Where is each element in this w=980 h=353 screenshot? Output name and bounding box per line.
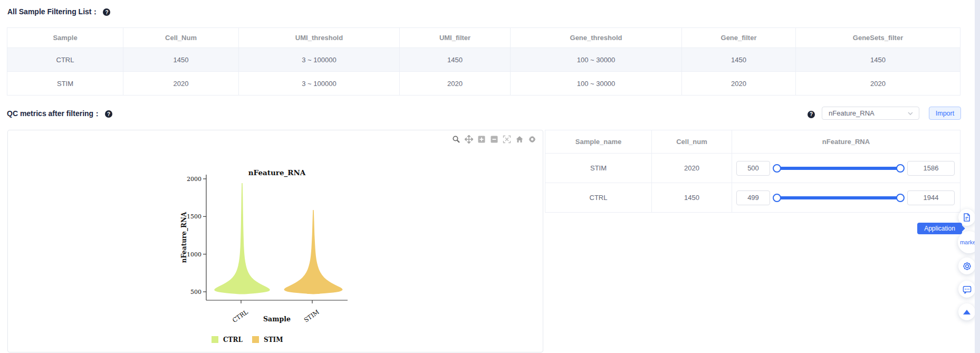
scroll-to-top-button[interactable] xyxy=(958,303,975,320)
y-tick-label: 1000 xyxy=(187,251,201,258)
table-cell: 2020 xyxy=(796,72,960,96)
y-tick-label: 2000 xyxy=(187,176,201,183)
cell-num-cell: 1450 xyxy=(652,183,732,213)
autoscale-icon[interactable] xyxy=(502,135,511,144)
table-row: STIM2020 xyxy=(545,154,960,183)
settings-icon[interactable] xyxy=(527,135,536,144)
table-row: STIM20203 ~ 1000002020100 ~ 300002020202… xyxy=(7,72,960,96)
y-tick-label: 500 xyxy=(190,289,201,295)
violin-stim xyxy=(284,210,343,294)
document-icon xyxy=(962,213,972,222)
qc-table-body: STIM2020CTRL1450 xyxy=(545,154,960,213)
zoom-icon[interactable] xyxy=(451,135,460,144)
slider-handle-max[interactable] xyxy=(896,194,905,202)
table-cell: 3 ~ 100000 xyxy=(239,72,400,96)
range-slider[interactable] xyxy=(777,164,900,173)
help-icon[interactable]: ? xyxy=(808,111,815,118)
page: All Sample Filtering List： ? SampleCell_… xyxy=(0,0,980,353)
slider-handle-min[interactable] xyxy=(773,194,781,202)
feedback-chat-button[interactable] xyxy=(958,281,975,298)
column-header: UMI_threshold xyxy=(239,28,400,48)
legend-label[interactable]: STIM xyxy=(264,336,283,344)
column-header: Gene_filter xyxy=(682,28,796,48)
range-min-input[interactable] xyxy=(736,190,770,205)
table-cell: 100 ~ 30000 xyxy=(511,72,682,96)
range-max-input[interactable] xyxy=(907,190,955,205)
sample-name-cell: CTRL xyxy=(545,183,652,213)
table-cell: 1450 xyxy=(796,48,960,72)
sample-filtering-table: SampleCell_NumUMI_thresholdUMI_filterGen… xyxy=(7,27,960,96)
x-tick-label: STIM xyxy=(303,308,321,324)
range-max-input[interactable] xyxy=(907,161,955,176)
reset-home-icon[interactable] xyxy=(515,135,524,144)
y-axis-label: nFeature_RNA xyxy=(180,212,188,263)
arrow-up-icon xyxy=(963,310,971,314)
zoom-out-icon[interactable] xyxy=(489,135,498,144)
metric-select-value: nFeature_RNA xyxy=(829,109,875,117)
help-icon[interactable]: ? xyxy=(105,110,112,118)
application-button[interactable]: Application xyxy=(917,223,962,234)
chart-title: nFeature_RNA xyxy=(248,168,306,177)
table-row: CTRL14503 ~ 1000001450100 ~ 300001450145… xyxy=(7,48,960,72)
table-header-row: SampleCell_NumUMI_thresholdUMI_filterGen… xyxy=(7,28,960,48)
plot-modebar xyxy=(451,135,536,144)
range-slider-cell xyxy=(732,154,960,183)
cell-num-cell: 2020 xyxy=(652,154,732,183)
legend-label[interactable]: CTRL xyxy=(223,336,243,344)
range-slider[interactable] xyxy=(777,194,900,202)
all-sample-filtering-title: All Sample Filtering List： xyxy=(7,7,99,17)
chat-icon xyxy=(962,284,972,294)
table-cell: STIM xyxy=(7,72,123,96)
range-min-input[interactable] xyxy=(736,161,770,176)
column-header: GeneSets_filter xyxy=(796,28,960,48)
chevron-down-icon xyxy=(907,111,914,116)
page-scrollbar[interactable] xyxy=(975,0,980,353)
table-cell: 2020 xyxy=(682,72,796,96)
metric-select[interactable]: nFeature_RNA xyxy=(822,107,919,120)
table-cell: 100 ~ 30000 xyxy=(511,48,682,72)
sample-name-cell: STIM xyxy=(545,154,652,183)
violin-chart: nFeature_RNA500100015002000nFeature_RNAC… xyxy=(8,130,543,352)
slider-handle-min[interactable] xyxy=(773,164,781,173)
legend-swatch[interactable] xyxy=(252,336,259,343)
column-header: Sample xyxy=(7,28,123,48)
table-cell: CTRL xyxy=(7,48,123,72)
table-cell: 2020 xyxy=(400,72,511,96)
violin-plot-panel: nFeature_RNA500100015002000nFeature_RNAC… xyxy=(7,130,543,352)
pan-icon[interactable] xyxy=(464,135,473,144)
zoom-in-icon[interactable] xyxy=(477,135,486,144)
violin-ctrl xyxy=(214,183,270,294)
column-header: UMI_filter xyxy=(400,28,511,48)
qc-metrics-title: QC metrics after filtering： xyxy=(7,109,101,119)
table-cell: 1450 xyxy=(400,48,511,72)
y-tick-label: 1500 xyxy=(187,213,201,220)
filter-table-body: CTRL14503 ~ 1000001450100 ~ 300001450145… xyxy=(7,48,960,96)
x-axis-label: Sample xyxy=(263,315,291,323)
column-header: Cell_num xyxy=(652,130,732,154)
table-row: CTRL1450 xyxy=(545,183,960,213)
column-header: Cell_Num xyxy=(123,28,239,48)
help-icon[interactable]: ? xyxy=(103,8,110,16)
settings-button[interactable] xyxy=(958,257,975,274)
gear-icon xyxy=(962,261,972,271)
table-header-row: Sample_nameCell_numnFeature_RNA xyxy=(545,130,960,154)
range-slider-cell xyxy=(732,183,960,213)
qc-range-table: Sample_nameCell_numnFeature_RNA STIM2020… xyxy=(545,130,960,213)
table-cell: 3 ~ 100000 xyxy=(239,48,400,72)
table-cell: 2020 xyxy=(123,72,239,96)
slider-track[interactable] xyxy=(777,196,900,199)
column-header: Sample_name xyxy=(545,130,652,154)
slider-handle-max[interactable] xyxy=(896,164,905,173)
column-header: nFeature_RNA xyxy=(732,130,960,154)
x-tick-label: CTRL xyxy=(231,308,249,324)
slider-track[interactable] xyxy=(777,167,900,170)
table-cell: 1450 xyxy=(682,48,796,72)
import-button[interactable]: Import xyxy=(929,107,961,120)
column-header: Gene_threshold xyxy=(511,28,682,48)
table-cell: 1450 xyxy=(123,48,239,72)
legend-swatch[interactable] xyxy=(212,336,218,343)
